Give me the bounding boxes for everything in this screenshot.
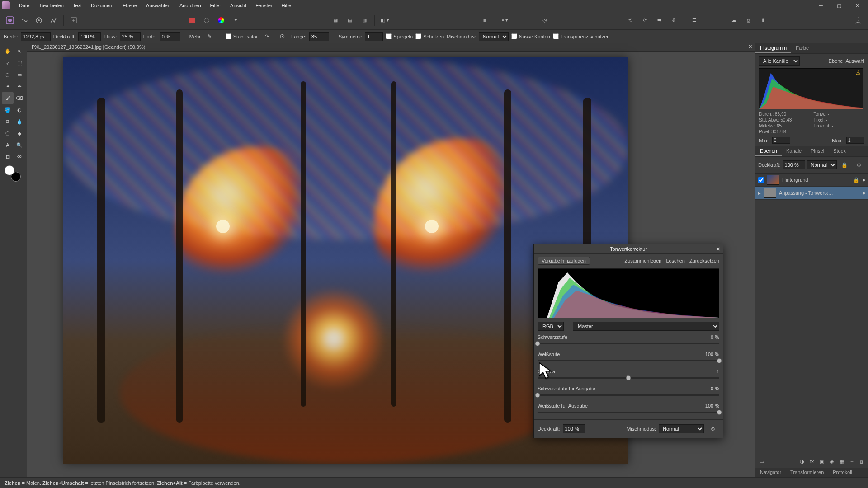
width-input[interactable] [21, 32, 51, 41]
cloud-c-icon[interactable]: ⬆ [756, 14, 769, 27]
hardness-input[interactable] [160, 32, 180, 41]
layer-visibility-toggle[interactable] [758, 177, 764, 183]
zoom-tool-icon[interactable]: 🔍 [14, 139, 25, 151]
wet-edges-checkbox[interactable]: Nasse Kanten [511, 33, 550, 39]
delete-layer-icon[interactable]: 🗑 [857, 457, 866, 466]
cloud-b-icon[interactable]: ⎙ [742, 14, 755, 27]
levels-close-icon[interactable]: ✕ [716, 246, 720, 252]
maximize-button[interactable]: ▢ [830, 0, 848, 11]
text-tool-icon[interactable]: A [2, 139, 14, 151]
layer-expand-icon[interactable]: ▸ [758, 190, 761, 196]
swatch-red-icon[interactable] [186, 14, 198, 27]
flip-v-icon[interactable]: ⇵ [668, 14, 680, 27]
marquee-tool-icon[interactable]: ▭ [14, 69, 25, 80]
live-filter-icon[interactable]: ◈ [827, 457, 836, 466]
hand-tool-icon[interactable]: ✋ [2, 45, 14, 57]
arrange-icon[interactable]: ☰ [688, 14, 701, 27]
hist-layer-button[interactable]: Ebene [829, 58, 843, 64]
document-tab[interactable]: PXL_20230127_135623241.jpg [Geändert] (5… [27, 43, 755, 52]
tab-histogram[interactable]: Histogramm [755, 43, 791, 53]
menu-text[interactable]: Text [68, 0, 86, 11]
tab-history[interactable]: Protokoll [828, 468, 857, 477]
brush-settings-icon[interactable]: ✎ [203, 30, 216, 43]
menu-view[interactable]: Ansicht [226, 0, 251, 11]
liquify-persona-icon[interactable] [18, 14, 31, 27]
stabilizer-mode-a-icon[interactable]: ↷ [260, 30, 273, 43]
cloud-a-icon[interactable]: ☁ [727, 14, 740, 27]
document-close-icon[interactable]: ✕ [748, 44, 752, 50]
clone-tool-icon[interactable]: ⧉ [2, 116, 14, 127]
black-level-slider[interactable] [538, 341, 719, 347]
tab-layers[interactable]: Ebenen [755, 146, 782, 156]
adjustment-icon[interactable]: ◑ [797, 457, 807, 466]
add-preset-button[interactable]: Vorgabe hinzufügen [538, 257, 590, 265]
flow-input[interactable] [120, 32, 141, 41]
levels-dialog[interactable]: Tonwertkorrektur ✕ Vorgabe hinzufügen Zu… [533, 244, 723, 438]
symmetry-input[interactable] [365, 32, 383, 41]
output-black-slider[interactable] [538, 392, 719, 399]
menu-help[interactable]: Hilfe [277, 0, 296, 11]
tab-navigator[interactable]: Navigator [755, 468, 786, 477]
levels-opacity-input[interactable] [563, 424, 585, 433]
protect-checkbox[interactable]: Schützen [415, 33, 444, 39]
blend-select[interactable]: Normal [479, 32, 509, 41]
menu-file[interactable]: Datei [14, 0, 35, 11]
menu-edit[interactable]: Bearbeiten [35, 0, 68, 11]
paint-brush-tool-icon[interactable]: 🖌 [2, 92, 14, 104]
merge-button[interactable]: Zusammenlegen [624, 258, 661, 263]
account-icon[interactable] [852, 14, 864, 27]
color-wheel-icon[interactable] [215, 14, 227, 27]
tab-color[interactable]: Farbe [791, 43, 813, 53]
opacity-input[interactable] [78, 32, 101, 41]
fill-tool-icon[interactable]: 🪣 [2, 104, 14, 116]
white-level-slider[interactable] [538, 358, 719, 364]
flood-select-tool-icon[interactable]: ✦ [2, 80, 14, 92]
mesh-tool-icon[interactable]: ⊞ [2, 151, 14, 163]
tab-stock[interactable]: Stock [829, 146, 850, 156]
layer-opacity-input[interactable] [783, 160, 805, 169]
fx-icon[interactable]: fx [807, 457, 816, 466]
menu-layer[interactable]: Ebene [118, 0, 142, 11]
panel-menu-icon[interactable]: ≡ [856, 43, 868, 53]
quick-mask-icon[interactable]: ◎ [538, 14, 551, 27]
menu-document[interactable]: Dokument [86, 0, 118, 11]
add-mask-icon[interactable]: ▭ [757, 457, 766, 466]
snapping-dropdown[interactable]: ◧ ▾ [378, 14, 391, 27]
histogram-channels-select[interactable]: Alle Kanäle [759, 56, 800, 66]
delete-button[interactable]: Löschen [666, 258, 685, 263]
menu-select[interactable]: Auswählen [142, 0, 175, 11]
menu-window[interactable]: Fenster [251, 0, 277, 11]
close-window-button[interactable]: ✕ [848, 0, 866, 11]
channel-select[interactable]: Master [573, 322, 719, 331]
reset-button[interactable]: Zurücksetzen [689, 258, 719, 263]
color-swatches[interactable] [5, 165, 21, 182]
gamma-slider[interactable] [538, 375, 719, 381]
layer-row[interactable]: Hintergrund 🔒 ● [755, 174, 868, 187]
selection-brush-tool-icon[interactable]: ◌ [2, 69, 14, 80]
mirror-checkbox[interactable]: Spiegeln [386, 33, 413, 39]
menu-arrange[interactable]: Anordnen [175, 0, 206, 11]
view-tool-icon[interactable]: 👁 [14, 151, 25, 163]
move-tool-icon[interactable]: ↖ [14, 45, 25, 57]
levels-settings-icon[interactable]: ⚙ [707, 422, 719, 435]
layer-row[interactable]: ▸ Anpassung - Tonwertk… ● [755, 187, 868, 200]
tab-brushes[interactable]: Pinsel [806, 146, 829, 156]
rotate-right-icon[interactable]: ⟳ [639, 14, 651, 27]
stabilizer-mode-b-icon[interactable]: ⦿ [276, 30, 288, 43]
protect-alpha-checkbox[interactable]: Transparenz schützen [553, 33, 609, 39]
hist-selection-button[interactable]: Auswahl [845, 58, 864, 64]
color-picker-tool-icon[interactable]: ➶ [2, 57, 14, 69]
hist-max-input[interactable] [846, 137, 864, 144]
dodge-tool-icon[interactable]: ◐ [14, 104, 25, 116]
mask-icon[interactable]: ▣ [817, 457, 826, 466]
swatch-circle-icon[interactable] [200, 14, 213, 27]
auto-color-icon[interactable]: ✦ [229, 14, 242, 27]
export-persona-icon[interactable] [67, 14, 80, 27]
smudge-tool-icon[interactable]: 💧 [14, 116, 25, 127]
layer-settings-icon[interactable]: ⚙ [853, 159, 865, 171]
develop-persona-icon[interactable] [33, 14, 45, 27]
add-layer-icon[interactable]: ＋ [847, 457, 856, 466]
align-icon[interactable]: ≡ [478, 14, 491, 27]
erase-tool-icon[interactable]: ⌫ [14, 92, 25, 104]
levels-blend-select[interactable]: Normal [659, 424, 704, 433]
